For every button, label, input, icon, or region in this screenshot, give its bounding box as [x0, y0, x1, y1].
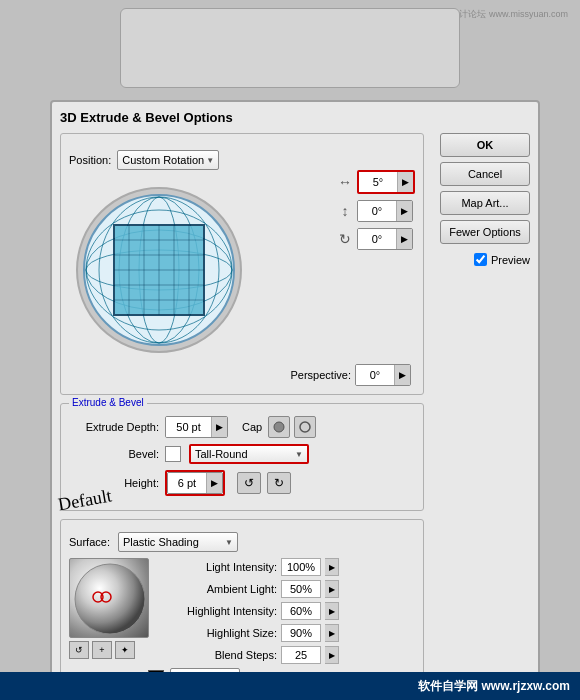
cancel-button[interactable]: Cancel	[440, 162, 530, 186]
position-section: Position: Custom Rotation ▼	[60, 133, 424, 395]
cap-hollow-button[interactable]	[294, 416, 316, 438]
highlight-intensity-row: Highlight Intensity: 60% ▶	[157, 602, 415, 620]
blend-steps-value: 25	[281, 646, 321, 664]
y-rotation-input-group: ▶	[357, 200, 413, 222]
blend-steps-label: Blend Steps:	[157, 649, 277, 661]
highlight-intensity-value: 60%	[281, 602, 321, 620]
perspective-row: Perspective: ▶	[69, 364, 415, 386]
height-input[interactable]	[168, 473, 206, 493]
3d-sphere-svg	[69, 180, 249, 360]
extrude-depth-row: Extrude Depth: ▶ Cap	[69, 416, 415, 438]
perspective-arrow[interactable]: ▶	[394, 365, 410, 385]
extrude-depth-label: Extrude Depth:	[69, 421, 159, 433]
height-label: Height:	[69, 477, 159, 489]
bevel-row: Bevel: Tall-Round ▼	[69, 444, 415, 464]
ambient-light-label: Ambient Light:	[157, 583, 277, 595]
light-move-button[interactable]: +	[92, 641, 112, 659]
position-section-inner: Position: Custom Rotation ▼	[69, 140, 415, 360]
ambient-light-value: 50%	[281, 580, 321, 598]
bevel-dropdown-value: Tall-Round	[195, 448, 248, 460]
position-label: Position:	[69, 154, 111, 166]
perspective-label: Perspective:	[290, 369, 351, 381]
x-rotation-icon: ↔	[336, 173, 354, 191]
svg-point-20	[300, 422, 310, 432]
highlight-size-label: Highlight Size:	[157, 627, 277, 639]
bottom-logo-text: 软件自学网 www.rjzxw.com	[418, 678, 570, 695]
ok-button[interactable]: OK	[440, 133, 530, 157]
map-art-button[interactable]: Map Art...	[440, 191, 530, 215]
x-rotation-input[interactable]	[359, 172, 397, 192]
height-input-group: ▶	[167, 472, 223, 494]
light-intensity-value: 100%	[281, 558, 321, 576]
x-rotation-arrow[interactable]: ▶	[397, 172, 413, 192]
bevel-chevron-icon: ▼	[295, 450, 303, 459]
blend-steps-arrow[interactable]: ▶	[325, 646, 339, 664]
light-rotate-button[interactable]: ↺	[69, 641, 89, 659]
main-layout: Position: Custom Rotation ▼	[60, 133, 530, 700]
blend-steps-row: Blend Steps: 25 ▶	[157, 646, 415, 664]
rotate-ccw-button[interactable]: ↺	[237, 472, 261, 494]
light-intensity-row: Light Intensity: 100% ▶	[157, 558, 415, 576]
extrude-bevel-section: Extrude & Bevel Extrude Depth: ▶ Cap	[60, 403, 424, 511]
highlight-intensity-arrow[interactable]: ▶	[325, 602, 339, 620]
surface-inner: ↺ + ✦ Light Intensity: 100% ▶	[69, 558, 415, 664]
main-dialog: 3D Extrude & Bevel Options Position: Cus…	[50, 100, 540, 700]
y-rotation-arrow[interactable]: ▶	[396, 201, 412, 221]
x-rotation-row: ↔ ▶	[336, 170, 415, 194]
y-rotation-input[interactable]	[358, 201, 396, 221]
fewer-options-button[interactable]: Fewer Options	[440, 220, 530, 244]
cap-label: Cap	[242, 421, 262, 433]
surface-preview-controls: ↺ + ✦	[69, 641, 149, 659]
height-arrow[interactable]: ▶	[206, 473, 222, 493]
z-rotation-input[interactable]	[358, 229, 396, 249]
rotation-inputs: ↔ ▶ ↕ ▶	[336, 150, 415, 250]
highlight-size-arrow[interactable]: ▶	[325, 624, 339, 642]
buttons-panel: OK Cancel Map Art... Fewer Options Previ…	[440, 133, 530, 700]
top-preview-area	[120, 8, 460, 88]
extrude-depth-input-group: ▶	[165, 416, 228, 438]
preview-label: Preview	[491, 254, 530, 266]
ambient-light-arrow[interactable]: ▶	[325, 580, 339, 598]
3d-sphere-container[interactable]	[69, 180, 249, 360]
highlight-intensity-label: Highlight Intensity:	[157, 605, 277, 617]
surface-params: Light Intensity: 100% ▶ Ambient Light: 5…	[157, 558, 415, 664]
surface-dropdown[interactable]: Plastic Shading ▼	[118, 532, 238, 552]
z-rotation-input-group: ▶	[357, 228, 413, 250]
rotate-cw-button[interactable]: ↻	[267, 472, 291, 494]
svg-point-19	[274, 422, 284, 432]
surface-dropdown-value: Plastic Shading	[123, 536, 199, 548]
light-intensity-label: Light Intensity:	[157, 561, 277, 573]
y-rotation-icon: ↕	[336, 202, 354, 220]
bevel-dropdown[interactable]: Tall-Round ▼	[189, 444, 309, 464]
z-rotation-arrow[interactable]: ▶	[396, 229, 412, 249]
surface-chevron-icon: ▼	[225, 538, 233, 547]
position-dropdown-value: Custom Rotation	[122, 154, 204, 166]
cap-filled-button[interactable]	[268, 416, 290, 438]
highlight-size-value: 90%	[281, 624, 321, 642]
light-add-button[interactable]: ✦	[115, 641, 135, 659]
y-rotation-row: ↕ ▶	[336, 200, 415, 222]
bottom-bar: 软件自学网 www.rjzxw.com	[0, 672, 580, 700]
bevel-swatch	[165, 446, 181, 462]
extrude-depth-arrow[interactable]: ▶	[211, 417, 227, 437]
perspective-input[interactable]	[356, 365, 394, 385]
chevron-down-icon: ▼	[206, 156, 214, 165]
bevel-label: Bevel:	[69, 448, 159, 460]
x-rotation-input-group: ▶	[357, 170, 415, 194]
position-row: Position: Custom Rotation ▼	[69, 150, 328, 170]
preview-checkbox[interactable]	[474, 253, 487, 266]
surface-label: Surface:	[69, 536, 110, 548]
preview-row: Preview	[474, 253, 530, 266]
surface-controls-row: Surface: Plastic Shading ▼	[69, 532, 415, 552]
cap-icons	[268, 416, 316, 438]
height-input-wrapper: ▶	[165, 470, 225, 496]
light-intensity-arrow[interactable]: ▶	[325, 558, 339, 576]
highlight-size-row: Highlight Size: 90% ▶	[157, 624, 415, 642]
surface-preview: ↺ + ✦	[69, 558, 149, 638]
z-rotation-icon: ↻	[336, 230, 354, 248]
position-dropdown[interactable]: Custom Rotation ▼	[117, 150, 219, 170]
left-content: Position: Custom Rotation ▼	[60, 133, 424, 700]
dialog-title: 3D Extrude & Bevel Options	[60, 110, 530, 125]
ambient-light-row: Ambient Light: 50% ▶	[157, 580, 415, 598]
extrude-depth-input[interactable]	[166, 417, 211, 437]
